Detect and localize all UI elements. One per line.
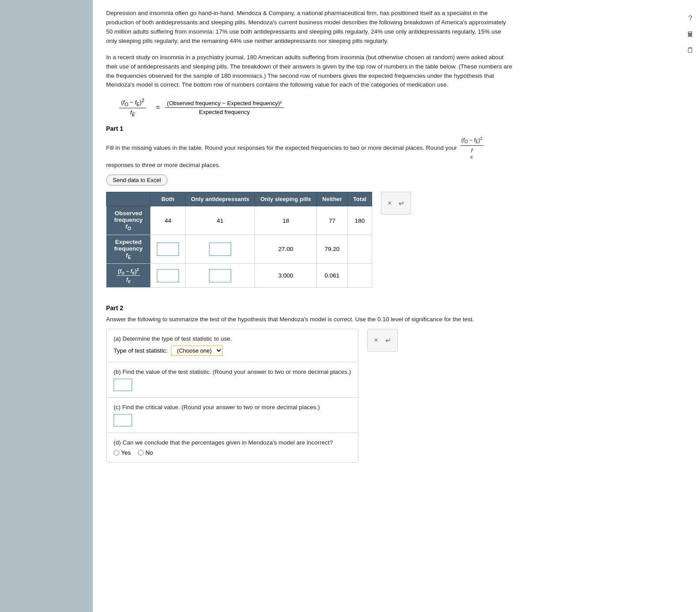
select-label: Type of test statistic: [114,347,167,354]
part2-close-btn[interactable]: × [374,336,378,344]
part2-section-a: (a) Determine the type of test statistic… [107,329,358,362]
cell-chisq-antidep[interactable] [186,263,255,288]
cell-expected-total [347,235,372,263]
cell-expected-antidep[interactable] [186,235,255,263]
col-header-only-sleep: Only sleeping pills [255,192,317,206]
intro-paragraph2: In a recent study on insomnia in a psych… [106,53,513,90]
part2-wrapper: (a) Determine the type of test statistic… [106,329,687,463]
help-icon-btn[interactable]: ? [684,12,696,25]
calculator-icon-btn[interactable]: 🖩 [684,28,696,41]
table-wrapper: Both Only antidepressants Only sleeping … [106,192,687,296]
part1-desc: Fill in the missing values in the table.… [106,136,504,170]
cell-expected-sleep: 27.00 [255,235,317,263]
cell-expected-both[interactable] [151,235,186,263]
table-row-expected: ExpectedfrequencyfE 27.00 79.20 [107,235,372,263]
cell-observed-neither: 77 [317,206,348,235]
row-header-observed: ObservedfrequencyfO [107,206,151,235]
cell-expected-neither: 79.20 [317,235,348,263]
cell-chisq-sleep: 3.000 [255,263,317,288]
table-close-btn[interactable]: × [388,199,392,207]
table-undo-btn[interactable]: ↵ [399,199,404,208]
formula-rhs-numerator: (Observed frequency − Expected frequency… [165,100,284,108]
intro-paragraph1: Depression and insomnia often go hand-in… [106,9,513,46]
col-header-blank [107,192,151,206]
input-expected-antidep[interactable] [209,243,231,256]
cell-observed-total: 180 [347,206,372,235]
radio-yes-label[interactable]: Yes [114,449,131,456]
part2-heading: Part 2 [106,304,687,312]
data-table: Both Only antidepressants Only sleeping … [106,192,372,288]
input-test-statistic-value[interactable] [114,379,132,391]
equals-sign: = [156,103,160,111]
test-statistic-select[interactable]: (Choose one) [171,346,223,356]
formula-display: (fO − fE)2 fE = (Observed frequency − Ex… [119,98,687,117]
radio-no-label[interactable]: No [138,449,153,456]
table-row-chisq: (fO − fE)2 fE 3.000 0.061 [107,263,372,288]
cell-chisq-total [347,263,372,288]
table-row-observed: ObservedfrequencyfO 44 41 18 77 180 [107,206,372,235]
send-excel-btn[interactable]: Send data to Excel [106,175,167,186]
radio-yes[interactable] [114,450,119,456]
part2-label-c: (c) Find the critical value. (Round your… [114,404,351,411]
input-critical-value[interactable] [114,414,132,426]
col-header-both: Both [151,192,186,206]
cell-observed-antidep: 41 [186,206,255,235]
part2-container: (a) Determine the type of test statistic… [106,329,358,463]
radio-group-conclude: Yes No [114,449,351,456]
notes-icon-btn[interactable]: 🗒 [684,44,696,57]
col-header-only-antidep: Only antidepressants [186,192,255,206]
part2-label-a: (a) Determine the type of test statistic… [114,335,351,342]
cell-observed-sleep: 18 [255,206,317,235]
row-header-expected: ExpectedfrequencyfE [107,235,151,263]
part2-section-d: (d) Can we conclude that the percentages… [107,433,358,462]
col-header-total: Total [347,192,372,206]
part2-select-row: Type of test statistic: (Choose one) [114,346,351,356]
part1-heading: Part 1 [106,125,687,132]
part2-label-b: (b) Find the value of the test statistic… [114,369,351,375]
part2-undo-btn[interactable]: ↵ [385,336,391,345]
part2-section-c: (c) Find the critical value. (Round your… [107,398,358,433]
cell-observed-both: 44 [151,206,186,235]
formula-numerator: (fO − fE)2 [119,98,146,108]
right-icons: ? 🖩 🗒 [681,9,700,60]
table-action-box: × ↵ [381,192,411,215]
cell-chisq-both[interactable] [151,263,186,288]
cell-chisq-neither: 0.061 [317,263,348,288]
input-chisq-both[interactable] [157,269,179,282]
part2-action-box: × ↵ [367,329,397,352]
main-content: ? 🖩 🗒 Depression and insomnia often go h… [93,0,700,612]
input-expected-both[interactable] [157,243,179,256]
part2-description: Answer the following to summarize the te… [106,315,504,324]
part2-label-d: (d) Can we conclude that the percentages… [114,439,351,446]
col-header-neither: Neither [317,192,348,206]
row-header-chisq: (fO − fE)2 fE [107,263,151,288]
part2-section-b: (b) Find the value of the test statistic… [107,362,358,398]
sidebar [0,0,93,612]
formula-denominator: fE [129,108,137,117]
formula-rhs-denominator: Expected frequency [197,108,251,115]
radio-no[interactable] [138,450,144,456]
input-chisq-antidep[interactable] [209,269,231,282]
